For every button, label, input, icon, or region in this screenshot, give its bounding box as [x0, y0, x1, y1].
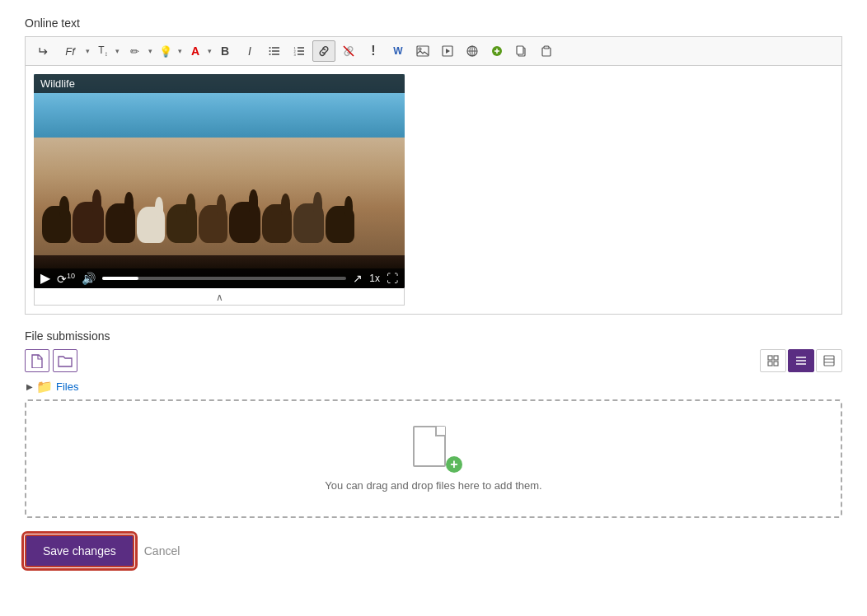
special-char-btn[interactable]: [461, 40, 484, 62]
svg-point-3: [269, 47, 271, 49]
list-view-btn[interactable]: [788, 349, 814, 372]
highlight-dropdown[interactable]: 💡 ▾: [154, 40, 182, 62]
cancel-link[interactable]: Cancel: [144, 544, 180, 558]
speed-label: 1x: [369, 273, 380, 284]
expand-btn[interactable]: ↗: [353, 273, 363, 284]
undo-btn[interactable]: ↵: [30, 40, 54, 62]
svg-rect-13: [417, 46, 429, 56]
file-page-icon: [413, 426, 446, 467]
drop-zone-text: You can drag and drop files here to add …: [325, 479, 541, 492]
font-size-chevron: ▾: [115, 47, 120, 55]
svg-rect-31: [774, 362, 778, 366]
font-family-dropdown[interactable]: Ff ▾: [55, 40, 90, 62]
progress-bar[interactable]: [102, 277, 346, 280]
unlink-btn[interactable]: [337, 40, 360, 62]
text-color-btn[interactable]: ✏: [121, 40, 148, 62]
ordered-list-btn[interactable]: 1 2 3: [288, 40, 311, 62]
tree-view-btn[interactable]: [816, 349, 842, 372]
svg-rect-29: [774, 356, 778, 360]
bold-btn[interactable]: B: [213, 40, 237, 62]
video-title: Wildlife: [34, 74, 405, 93]
font-size-dropdown[interactable]: T↕ ▾: [91, 40, 120, 62]
highlight-chevron: ▾: [178, 47, 182, 55]
add-file-btn[interactable]: [25, 349, 49, 372]
file-toolbar: [25, 349, 842, 372]
svg-point-5: [269, 54, 271, 55]
file-drop-zone[interactable]: + You can drag and drop files here to ad…: [25, 399, 842, 518]
font-color-chevron: ▾: [208, 47, 212, 55]
online-text-label: Online text: [25, 16, 842, 30]
grid-view-btn[interactable]: [760, 349, 786, 372]
file-submissions-label: File submissions: [25, 329, 842, 343]
bottom-action-buttons: Save changes Cancel: [25, 534, 842, 567]
word-btn[interactable]: W: [387, 40, 410, 62]
exclamation-btn[interactable]: !: [362, 40, 385, 62]
rewind-btn[interactable]: ⟳10: [57, 273, 75, 285]
files-folder-link[interactable]: Files: [56, 380, 78, 393]
copy-btn[interactable]: [510, 40, 533, 62]
file-submissions-section: File submissions: [25, 329, 842, 518]
font-color-btn[interactable]: A: [184, 40, 207, 62]
svg-rect-30: [768, 362, 772, 366]
volume-btn[interactable]: 🔊: [82, 273, 96, 284]
image-btn[interactable]: [411, 40, 434, 62]
svg-rect-28: [768, 356, 772, 360]
file-view-buttons: [760, 349, 842, 372]
text-color-dropdown[interactable]: ✏ ▾: [121, 40, 152, 62]
font-family-btn[interactable]: Ff: [55, 40, 85, 62]
file-add-icon: +: [413, 426, 454, 471]
paste-btn[interactable]: [535, 40, 558, 62]
tree-expand-arrow[interactable]: ▶: [26, 382, 33, 391]
link-btn[interactable]: [312, 40, 335, 62]
italic-btn[interactable]: I: [238, 40, 261, 62]
font-size-btn[interactable]: T↕: [91, 40, 115, 62]
svg-text:3: 3: [294, 53, 297, 57]
video-player: Wildlife: [34, 74, 405, 288]
save-changes-button[interactable]: Save changes: [25, 534, 134, 567]
add-folder-btn[interactable]: [53, 349, 77, 372]
svg-rect-35: [824, 356, 834, 366]
unordered-list-btn[interactable]: [263, 40, 286, 62]
fullscreen-btn[interactable]: ⛶: [387, 273, 398, 284]
text-color-chevron: ▾: [148, 47, 152, 55]
svg-marker-16: [446, 49, 450, 54]
insert-btn[interactable]: [485, 40, 508, 62]
editor-content[interactable]: Wildlife: [25, 65, 842, 315]
video-controls-bar: ▶ ⟳10 🔊 ↗ 1x ⛶: [34, 268, 405, 288]
highlight-btn[interactable]: 💡: [154, 40, 177, 62]
svg-point-14: [419, 48, 421, 50]
svg-point-4: [269, 50, 271, 52]
play-btn[interactable]: ▶: [40, 272, 50, 285]
files-tree: ▶ 📁 Files: [25, 379, 842, 394]
folder-icon: 📁: [36, 379, 53, 394]
collapse-handle[interactable]: ∧: [34, 288, 405, 306]
video-frame: [34, 74, 405, 288]
svg-rect-25: [517, 46, 523, 54]
font-family-chevron: ▾: [86, 47, 90, 55]
font-color-dropdown[interactable]: A ▾: [184, 40, 212, 62]
svg-rect-27: [544, 46, 549, 49]
media-btn[interactable]: [436, 40, 459, 62]
file-plus-icon: +: [446, 456, 462, 473]
editor-toolbar: ↵ Ff ▾ T↕ ▾ ✏ ▾ 💡 ▾ A ▾ B I: [25, 36, 842, 65]
progress-fill: [102, 277, 138, 280]
